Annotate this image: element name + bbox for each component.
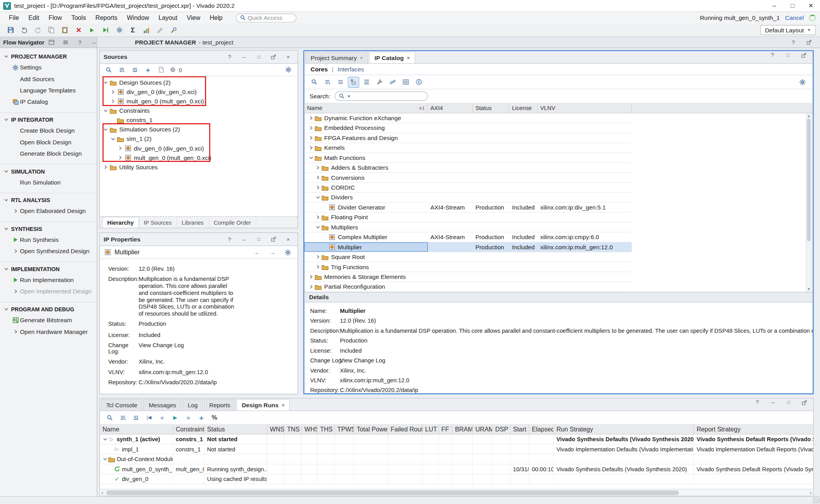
catalog-row-embedded-processing[interactable]: Embedded Processing	[304, 123, 631, 133]
runs-minimize-button[interactable]: –	[767, 397, 779, 408]
catalog-settings-button[interactable]	[796, 76, 808, 87]
runs-column-whs[interactable]: WHS	[302, 424, 317, 434]
expander-icon[interactable]	[117, 146, 123, 151]
catalog-row-trig-functions[interactable]: Trig Functions	[304, 262, 631, 272]
field-value[interactable]: Production	[340, 337, 367, 347]
flownav-item-open-synthesized-design[interactable]: Open Synthesized Design	[0, 245, 97, 257]
flownav-item-open-elaborated-design[interactable]: Open Elaborated Design	[0, 205, 97, 217]
sources-tree-item-mult-gen-0[interactable]: mult_gen_0 (mult_gen_0.xci)	[100, 97, 298, 106]
catalog-column-status[interactable]: Status	[473, 103, 510, 113]
catalog-row-multiplier[interactable]: MultiplierProductionIncludedxilinx.com:i…	[304, 242, 631, 252]
scrollbar-thumb[interactable]	[807, 119, 811, 241]
expander-icon[interactable]	[102, 80, 109, 85]
catalog-row-dynamic-function-exchange[interactable]: Dynamic Function eXchange	[304, 114, 631, 123]
flownav-section-header-simulation[interactable]: SIMULATION	[0, 166, 97, 177]
menu-window[interactable]: Window	[122, 13, 154, 22]
catalog-link-button[interactable]	[387, 76, 398, 87]
catalog-help-button[interactable]: ?	[767, 50, 778, 60]
minimize-button[interactable]: –	[765, 0, 783, 11]
scroll-up-icon[interactable]: ▲	[807, 114, 811, 118]
runs-column-dsp[interactable]: DSP	[493, 424, 511, 434]
ipprops-settings-button[interactable]	[282, 247, 294, 258]
catalog-column-vlnv[interactable]: VLNV	[538, 103, 632, 113]
runs-column-name[interactable]: Name	[100, 424, 173, 434]
toolbar-edit-button[interactable]	[154, 25, 166, 35]
catalog-row-square-root[interactable]: Square Root	[304, 252, 631, 262]
catalog-row-math-functions[interactable]: Math Functions	[304, 153, 631, 163]
runs-tab-messages[interactable]: Messages	[144, 399, 182, 410]
sources-tree-item-simulation-sources[interactable]: Simulation Sources (2)	[100, 125, 298, 134]
expander-icon[interactable]	[308, 275, 314, 279]
expander-icon[interactable]	[308, 146, 314, 150]
flownav-section-header-rtl-analysis[interactable]: RTL ANALYSIS	[0, 195, 97, 205]
sources-minimize-button[interactable]: –	[239, 51, 250, 62]
hscrollbar-thumb[interactable]	[106, 490, 679, 495]
catalog-tab-ip-catalog[interactable]: IP Catalog×	[369, 52, 415, 63]
expander-icon[interactable]	[314, 185, 321, 190]
expander-icon[interactable]	[314, 265, 321, 269]
runs-column-status[interactable]: Status	[205, 424, 267, 434]
toolbar-redo-button[interactable]	[31, 25, 44, 35]
flownav-item-language-templates[interactable]: Language Templates	[0, 85, 97, 96]
flownav-section-header-ip-integrator[interactable]: IP INTEGRATOR	[0, 114, 97, 125]
sources-tree-item-utility-sources[interactable]: Utility Sources	[100, 162, 298, 172]
catalog-row-dividers[interactable]: Dividers	[304, 193, 631, 202]
sources-tree-item-constraints[interactable]: Constraints	[100, 106, 298, 115]
expander-icon[interactable]	[109, 99, 116, 103]
runs-tab-design-runs[interactable]: Design Runs×	[237, 399, 290, 410]
flownav-section-header-implementation[interactable]: IMPLEMENTATION	[0, 264, 97, 274]
sources-tree-item-mult-gen-0[interactable]: mult_gen_0 (mult_gen_0.xci)	[100, 153, 298, 162]
catalog-table-button[interactable]	[400, 76, 412, 87]
runs-collapse-all-button[interactable]	[117, 412, 128, 423]
expander-icon[interactable]	[308, 116, 314, 120]
flownav-item-open-block-design[interactable]: Open Block Design	[0, 136, 97, 147]
sources-tree-item-design-sources[interactable]: Design Sources (2)	[100, 78, 298, 87]
expander-icon[interactable]	[314, 255, 321, 259]
catalog-float-button[interactable]	[798, 50, 809, 60]
runs-column-constraints[interactable]: Constraints	[173, 424, 204, 434]
sources-maximize-button[interactable]: □	[253, 51, 264, 62]
expander-icon[interactable]	[314, 195, 321, 200]
run-row-out-of-context-module-runs[interactable]: Out-of-Context Module Runs	[100, 454, 813, 464]
flownav-item-run-implementation[interactable]: Run Implementation	[0, 274, 97, 286]
sources-tree-item-sim-1[interactable]: sim_1 (2)	[100, 134, 298, 144]
runs-column-wns[interactable]: WNS	[267, 424, 284, 434]
expander-icon[interactable]	[308, 285, 314, 289]
expander-icon[interactable]	[102, 108, 109, 113]
menu-reports[interactable]: Reports	[91, 13, 122, 22]
menu-flow[interactable]: Flow	[44, 13, 67, 22]
menu-view[interactable]: View	[182, 13, 205, 22]
toolbar-save-button[interactable]	[4, 25, 17, 35]
catalog-row-adders-subtracters[interactable]: Adders & Subtracters	[304, 163, 631, 173]
catalog-scrollbar[interactable]: ▲ ▼	[806, 114, 812, 292]
banner-help-button[interactable]: ?	[788, 37, 799, 48]
toolbar-delete-button[interactable]	[72, 25, 85, 35]
run-row-mult-gen-0-synth-1[interactable]: mult_gen_0_synth_1mult_gen_0Running synt…	[100, 464, 813, 474]
run-row-synth-1-active[interactable]: ▷synth_1 (active)constrs_1Not startedViv…	[100, 435, 813, 444]
ipprops-float-button[interactable]	[268, 234, 279, 245]
sources-tab-hierarchy[interactable]: Hierarchy	[102, 217, 139, 228]
toolbar-step-button[interactable]	[99, 25, 112, 35]
flownav-item-generate-block-design[interactable]: Generate Block Design	[0, 148, 97, 159]
catalog-info-button[interactable]: i	[413, 76, 424, 87]
catalog-row-conversions[interactable]: Conversions	[304, 173, 631, 183]
flownav-help-button[interactable]: ?	[74, 37, 86, 48]
catalog-wrench-button[interactable]	[374, 76, 385, 87]
toolbar-probe-button[interactable]	[168, 25, 180, 35]
runs-tab-log[interactable]: Log	[182, 399, 203, 410]
sources-float-button[interactable]	[268, 51, 279, 62]
runs-back-button[interactable]: «	[156, 412, 168, 423]
toolbar-chart-button[interactable]	[140, 25, 153, 35]
flownav-item-run-simulation[interactable]: Run Simulation	[0, 177, 97, 188]
expander-icon[interactable]	[314, 176, 321, 180]
flownav-options-button[interactable]	[60, 37, 71, 48]
close-tab-icon[interactable]: ×	[407, 55, 410, 61]
flownav-item-run-synthesis[interactable]: Run Synthesis	[0, 234, 97, 245]
flownav-dock-button[interactable]	[46, 37, 57, 48]
toolbar-run-button[interactable]	[86, 25, 98, 35]
runs-column-elapsed[interactable]: Elapsed	[529, 424, 554, 434]
flownav-item-ip-catalog[interactable]: IP Catalog	[0, 96, 97, 107]
catalog-search-input[interactable]: ▼	[335, 91, 428, 101]
run-row-impl-1[interactable]: ▷impl_1constrs_1Not startedVivado Implem…	[100, 444, 813, 454]
sources-tree-item-div-gen-0[interactable]: div_gen_0 (div_gen_0.xci)	[100, 87, 298, 97]
